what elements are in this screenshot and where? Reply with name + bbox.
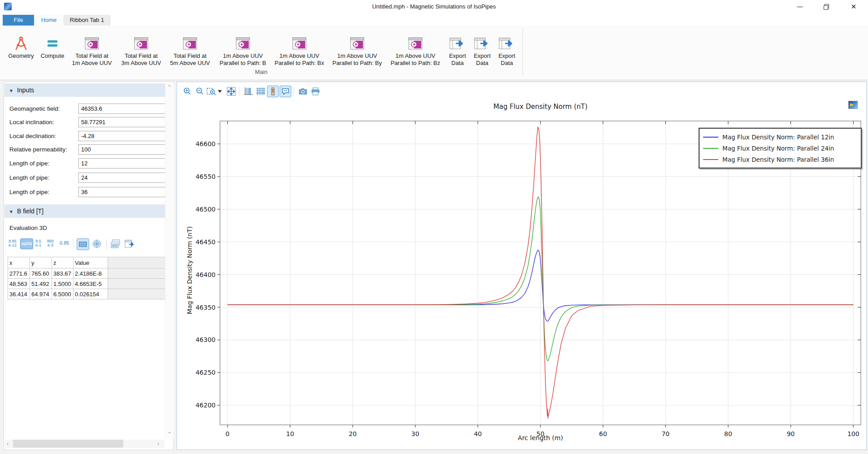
x-tick-label: 40 bbox=[474, 430, 482, 437]
table-row[interactable]: 2771.6 765.60 383.67 2.4186E-8 bbox=[8, 268, 173, 279]
print-button[interactable] bbox=[310, 86, 321, 97]
y-tick-label: 46600 bbox=[195, 140, 216, 147]
copy-table-button[interactable] bbox=[110, 238, 121, 249]
format-full-precision-button[interactable]: 8.85 e-12 bbox=[9, 239, 17, 247]
ribbon-group-label: Main bbox=[0, 69, 523, 75]
legend-entry: Mag Flux Density Norm: Parallel 36in bbox=[703, 154, 857, 165]
polar-plot-button[interactable] bbox=[91, 238, 103, 249]
ribbon-button-parallel-bz[interactable]: 1m Above UUV Parallel to Path: Bz bbox=[387, 35, 444, 67]
ribbon-button-total-field-1m[interactable]: Total Field at 1m Above UUV bbox=[67, 35, 117, 67]
x-tick-label: 100 bbox=[847, 430, 859, 437]
ribbon: Geometry Compute Total Field at 1m Above… bbox=[0, 26, 868, 80]
legend-line-sample bbox=[703, 148, 718, 149]
format-decimal-button[interactable]: 0.85 bbox=[60, 241, 69, 246]
table-row[interactable]: 48.563 51.492 1.5000 4.6653E-5 bbox=[8, 279, 173, 289]
scroll-up-icon[interactable]: ⌃ bbox=[167, 85, 172, 90]
table-view-toggle[interactable] bbox=[77, 238, 89, 250]
toolbar-separator bbox=[294, 87, 294, 96]
axis-settings-button[interactable] bbox=[242, 86, 254, 97]
x-tick-label: 50 bbox=[536, 430, 544, 437]
zoom-in-button[interactable] bbox=[181, 86, 193, 97]
format-scientific-button[interactable]: 8.5 e-1 bbox=[35, 239, 41, 247]
vertical-scrollbar[interactable]: ⌃ ⌄ bbox=[165, 83, 174, 439]
field-input-pipe-length-24[interactable] bbox=[78, 173, 167, 183]
tab-ribbon-tab-1[interactable]: Ribbon Tab 1 bbox=[63, 15, 111, 26]
ribbon-button-export-data-2[interactable]: Export Data bbox=[470, 35, 494, 67]
tooltip-toggle[interactable] bbox=[280, 86, 291, 97]
field-input-pipe-length-36[interactable] bbox=[78, 187, 167, 197]
field-input-permeability[interactable] bbox=[78, 144, 167, 155]
snapshot-button[interactable] bbox=[297, 86, 309, 97]
plot-legend[interactable]: Mag Flux Density Norm: Parallel 12in Mag… bbox=[699, 128, 862, 169]
legend-line-sample bbox=[703, 159, 718, 160]
format-engineering-button[interactable]: 850 e-3 bbox=[47, 239, 54, 247]
ribbon-button-export-data-1[interactable]: Export Data bbox=[445, 35, 470, 67]
ribbon-button-parallel-b[interactable]: 1m Above UUV Parallel to Path: B bbox=[215, 35, 271, 67]
ribbon-button-parallel-by[interactable]: 1m Above UUV Parallel to Path: By bbox=[328, 35, 386, 67]
field-label-inclination: Local inclination: bbox=[9, 117, 54, 128]
legend-entry: Mag Flux Density Norm: Parallel 24in bbox=[703, 143, 857, 154]
zoom-out-button[interactable] bbox=[194, 86, 206, 97]
field-input-pipe-length-12[interactable] bbox=[78, 158, 167, 169]
table-row[interactable]: 36.414 64.974 6.5000 0.026154 bbox=[8, 289, 173, 299]
column-header-z[interactable]: z bbox=[52, 257, 73, 268]
minimize-button[interactable]: ― bbox=[790, 0, 809, 13]
format-auto-button[interactable]: AUTO bbox=[20, 238, 33, 249]
ribbon-button-total-field-5m[interactable]: Total Field at 5m Above UUV bbox=[166, 35, 214, 67]
field-label-pipe-length-24: Length of pipe: bbox=[9, 173, 49, 183]
x-tick-label: 70 bbox=[661, 430, 669, 437]
ribbon-button-total-field-3m[interactable]: Total Field at 3m Above UUV bbox=[117, 35, 165, 67]
compass-icon bbox=[4, 35, 38, 52]
column-header-y[interactable]: y bbox=[30, 257, 52, 268]
inputs-section-header[interactable]: ▼Inputs bbox=[4, 83, 166, 97]
export-data-icon bbox=[495, 35, 519, 52]
x-tick-label: 30 bbox=[411, 430, 419, 437]
export-table-button[interactable] bbox=[124, 238, 136, 249]
x-tick-label: 60 bbox=[599, 430, 607, 437]
scroll-left-icon[interactable]: ‹ bbox=[7, 441, 9, 446]
toolbar-separator bbox=[239, 87, 239, 96]
restore-button[interactable] bbox=[816, 0, 835, 13]
field-label-geomagnetic: Geomagnetic field: bbox=[9, 104, 60, 114]
ribbon-button-parallel-bx[interactable]: 1m Above UUV Parallel to Path: Bx bbox=[271, 35, 328, 67]
column-header-filler bbox=[108, 257, 173, 268]
scroll-right-icon[interactable]: › bbox=[157, 441, 159, 446]
tab-file[interactable]: File bbox=[3, 15, 34, 26]
field-label-permeability: Relative permeability: bbox=[9, 144, 67, 155]
column-header-value[interactable]: Value bbox=[73, 257, 108, 268]
evaluation-group-icon bbox=[117, 35, 165, 52]
grid-settings-button[interactable] bbox=[255, 86, 267, 97]
close-button[interactable]: ✕ bbox=[844, 0, 863, 13]
restore-icon bbox=[824, 4, 829, 9]
horizontal-scrollbar[interactable]: ‹ › bbox=[5, 440, 164, 448]
x-tick-label: 20 bbox=[349, 430, 357, 437]
scroll-down-icon[interactable]: ⌄ bbox=[167, 429, 172, 434]
bfield-section-header[interactable]: ▼B field [T] bbox=[4, 204, 166, 218]
copy-table-icon bbox=[111, 239, 121, 248]
ribbon-button-export-data-3[interactable]: Export Data bbox=[495, 35, 519, 67]
field-input-inclination[interactable] bbox=[78, 117, 167, 127]
ribbon-button-geometry[interactable]: Geometry bbox=[4, 35, 38, 60]
zoom-extents-button[interactable] bbox=[225, 86, 237, 97]
ribbon-button-compute[interactable]: Compute bbox=[39, 35, 66, 60]
zoom-box-dropdown-caret[interactable] bbox=[216, 86, 223, 97]
evaluation-3d-label: Evaluation 3D bbox=[9, 225, 47, 231]
zoom-box-button[interactable] bbox=[206, 86, 217, 97]
scrollbar-thumb[interactable] bbox=[13, 440, 123, 448]
x-tick-label: 80 bbox=[724, 430, 732, 437]
field-input-declination[interactable] bbox=[78, 131, 167, 141]
color-legend-toggle[interactable] bbox=[267, 86, 279, 97]
evaluation-group-icon bbox=[387, 35, 444, 52]
window-title: Untitled.mph - Magnetic Simulations of I… bbox=[0, 0, 868, 13]
tab-home[interactable]: Home bbox=[36, 15, 62, 26]
export-table-icon bbox=[125, 239, 135, 248]
equals-icon bbox=[39, 35, 66, 52]
application-window: Untitled.mph - Magnetic Simulations of I… bbox=[0, 0, 868, 454]
x-tick-label: 0 bbox=[225, 430, 229, 437]
collapse-triangle-icon: ▼ bbox=[9, 84, 13, 98]
column-header-x[interactable]: x bbox=[8, 257, 30, 268]
field-input-geomagnetic[interactable] bbox=[78, 104, 167, 114]
evaluation-group-icon bbox=[328, 35, 386, 52]
field-label-pipe-length-12: Length of pipe: bbox=[9, 158, 49, 169]
results-table: x y z Value 2771.6 765.60 383.67 2.4186E… bbox=[8, 257, 173, 299]
